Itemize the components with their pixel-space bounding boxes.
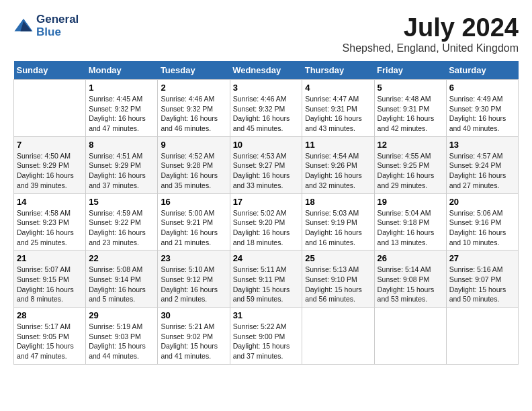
day-number: 21	[17, 253, 83, 263]
calendar-cell: 22Sunrise: 5:08 AMSunset: 9:14 PMDayligh…	[86, 250, 158, 308]
title-area: July 2024 Shepshed, England, United King…	[343, 13, 519, 54]
calendar-cell: 28Sunrise: 5:17 AMSunset: 9:05 PMDayligh…	[14, 308, 86, 365]
day-number: 4	[305, 83, 371, 93]
day-info: Sunrise: 5:00 AMSunset: 9:21 PMDaylight:…	[161, 209, 218, 246]
calendar-cell: 17Sunrise: 5:02 AMSunset: 9:20 PMDayligh…	[230, 193, 302, 250]
day-number: 5	[378, 83, 443, 93]
calendar-cell: 6Sunrise: 4:49 AMSunset: 9:30 PMDaylight…	[446, 80, 518, 137]
day-number: 17	[233, 197, 300, 207]
day-info: Sunrise: 4:46 AMSunset: 9:32 PMDaylight:…	[233, 95, 290, 132]
calendar-cell: 18Sunrise: 5:03 AMSunset: 9:19 PMDayligh…	[302, 193, 374, 250]
day-info: Sunrise: 4:53 AMSunset: 9:27 PMDaylight:…	[233, 152, 290, 189]
calendar-cell: 24Sunrise: 5:11 AMSunset: 9:11 PMDayligh…	[230, 250, 302, 308]
calendar-cell: 9Sunrise: 4:52 AMSunset: 9:28 PMDaylight…	[158, 136, 230, 193]
day-info: Sunrise: 5:19 AMSunset: 9:03 PMDaylight:…	[89, 322, 146, 360]
day-info: Sunrise: 5:14 AMSunset: 9:08 PMDaylight:…	[378, 265, 435, 303]
calendar-table: SundayMondayTuesdayWednesdayThursdayFrid…	[13, 61, 519, 365]
day-info: Sunrise: 5:08 AMSunset: 9:14 PMDaylight:…	[89, 265, 146, 303]
calendar-cell: 8Sunrise: 4:51 AMSunset: 9:29 PMDaylight…	[86, 136, 158, 193]
calendar-cell: 21Sunrise: 5:07 AMSunset: 9:15 PMDayligh…	[14, 250, 86, 308]
calendar-cell: 15Sunrise: 4:59 AMSunset: 9:22 PMDayligh…	[86, 193, 158, 250]
day-info: Sunrise: 4:47 AMSunset: 9:31 PMDaylight:…	[305, 95, 362, 132]
calendar-cell	[446, 308, 518, 365]
day-info: Sunrise: 5:11 AMSunset: 9:11 PMDaylight:…	[233, 265, 290, 303]
day-number: 9	[161, 140, 226, 150]
day-number: 15	[89, 197, 154, 207]
calendar-cell: 23Sunrise: 5:10 AMSunset: 9:12 PMDayligh…	[158, 250, 230, 308]
day-number: 10	[233, 140, 300, 150]
day-number: 19	[378, 197, 443, 207]
day-number: 2	[161, 83, 226, 93]
day-info: Sunrise: 5:13 AMSunset: 9:10 PMDaylight:…	[305, 265, 362, 303]
day-number: 23	[161, 253, 226, 263]
day-number: 20	[449, 197, 515, 207]
day-info: Sunrise: 4:49 AMSunset: 9:30 PMDaylight:…	[449, 95, 506, 132]
day-info: Sunrise: 4:48 AMSunset: 9:31 PMDaylight:…	[378, 95, 435, 132]
day-number: 29	[89, 310, 154, 320]
logo-text: General Blue	[36, 13, 79, 38]
day-info: Sunrise: 5:21 AMSunset: 9:02 PMDaylight:…	[161, 322, 218, 360]
calendar-cell: 16Sunrise: 5:00 AMSunset: 9:21 PMDayligh…	[158, 193, 230, 250]
calendar-cell: 4Sunrise: 4:47 AMSunset: 9:31 PMDaylight…	[302, 80, 374, 137]
day-info: Sunrise: 4:59 AMSunset: 9:22 PMDaylight:…	[89, 209, 146, 246]
calendar-cell: 29Sunrise: 5:19 AMSunset: 9:03 PMDayligh…	[86, 308, 158, 365]
calendar-cell	[14, 80, 86, 137]
day-number: 31	[233, 310, 300, 320]
calendar-cell: 19Sunrise: 5:04 AMSunset: 9:18 PMDayligh…	[374, 193, 446, 250]
day-info: Sunrise: 4:52 AMSunset: 9:28 PMDaylight:…	[161, 152, 218, 189]
calendar-cell: 11Sunrise: 4:54 AMSunset: 9:26 PMDayligh…	[302, 136, 374, 193]
calendar-cell: 20Sunrise: 5:06 AMSunset: 9:16 PMDayligh…	[446, 193, 518, 250]
calendar-cell: 5Sunrise: 4:48 AMSunset: 9:31 PMDaylight…	[374, 80, 446, 137]
day-info: Sunrise: 4:58 AMSunset: 9:23 PMDaylight:…	[17, 209, 74, 246]
day-number: 14	[17, 197, 83, 207]
header-tuesday: Tuesday	[158, 61, 230, 80]
day-info: Sunrise: 5:04 AMSunset: 9:18 PMDaylight:…	[378, 209, 435, 246]
week-row-5: 28Sunrise: 5:17 AMSunset: 9:05 PMDayligh…	[14, 308, 519, 365]
calendar-cell: 7Sunrise: 4:50 AMSunset: 9:29 PMDaylight…	[14, 136, 86, 193]
day-number: 8	[89, 140, 154, 150]
day-number: 3	[233, 83, 300, 93]
header-monday: Monday	[86, 61, 158, 80]
calendar-cell: 30Sunrise: 5:21 AMSunset: 9:02 PMDayligh…	[158, 308, 230, 365]
day-info: Sunrise: 4:45 AMSunset: 9:32 PMDaylight:…	[89, 95, 146, 132]
day-number: 7	[17, 140, 83, 150]
day-info: Sunrise: 4:51 AMSunset: 9:29 PMDaylight:…	[89, 152, 146, 189]
calendar-cell: 27Sunrise: 5:16 AMSunset: 9:07 PMDayligh…	[446, 250, 518, 308]
day-number: 25	[305, 253, 371, 263]
day-info: Sunrise: 5:16 AMSunset: 9:07 PMDaylight:…	[449, 265, 506, 303]
logo-icon	[13, 16, 34, 36]
calendar-cell	[302, 308, 374, 365]
main-title: July 2024	[343, 13, 519, 42]
day-info: Sunrise: 4:50 AMSunset: 9:29 PMDaylight:…	[17, 152, 74, 189]
day-number: 13	[449, 140, 515, 150]
day-info: Sunrise: 5:03 AMSunset: 9:19 PMDaylight:…	[305, 209, 362, 246]
calendar-cell: 25Sunrise: 5:13 AMSunset: 9:10 PMDayligh…	[302, 250, 374, 308]
calendar-cell: 14Sunrise: 4:58 AMSunset: 9:23 PMDayligh…	[14, 193, 86, 250]
week-row-2: 7Sunrise: 4:50 AMSunset: 9:29 PMDaylight…	[14, 136, 519, 193]
calendar-cell: 1Sunrise: 4:45 AMSunset: 9:32 PMDaylight…	[86, 80, 158, 137]
calendar-cell: 10Sunrise: 4:53 AMSunset: 9:27 PMDayligh…	[230, 136, 302, 193]
header: General Blue July 2024 Shepshed, England…	[13, 13, 519, 54]
day-number: 28	[17, 310, 83, 320]
day-info: Sunrise: 5:07 AMSunset: 9:15 PMDaylight:…	[17, 265, 74, 303]
day-number: 27	[449, 253, 515, 263]
day-info: Sunrise: 5:17 AMSunset: 9:05 PMDaylight:…	[17, 322, 74, 360]
day-number: 16	[161, 197, 226, 207]
day-number: 24	[233, 253, 300, 263]
day-number: 1	[89, 83, 154, 93]
calendar-header: SundayMondayTuesdayWednesdayThursdayFrid…	[14, 61, 519, 80]
calendar-cell: 12Sunrise: 4:55 AMSunset: 9:25 PMDayligh…	[374, 136, 446, 193]
day-number: 30	[161, 310, 226, 320]
day-info: Sunrise: 5:02 AMSunset: 9:20 PMDaylight:…	[233, 209, 290, 246]
week-row-3: 14Sunrise: 4:58 AMSunset: 9:23 PMDayligh…	[14, 193, 519, 250]
week-row-1: 1Sunrise: 4:45 AMSunset: 9:32 PMDaylight…	[14, 80, 519, 137]
day-info: Sunrise: 4:57 AMSunset: 9:24 PMDaylight:…	[449, 152, 506, 189]
header-friday: Friday	[374, 61, 446, 80]
day-info: Sunrise: 4:54 AMSunset: 9:26 PMDaylight:…	[305, 152, 362, 189]
header-sunday: Sunday	[14, 61, 86, 80]
header-wednesday: Wednesday	[230, 61, 302, 80]
day-number: 6	[449, 83, 515, 93]
day-info: Sunrise: 5:06 AMSunset: 9:16 PMDaylight:…	[449, 209, 506, 246]
calendar-cell: 2Sunrise: 4:46 AMSunset: 9:32 PMDaylight…	[158, 80, 230, 137]
day-number: 12	[378, 140, 443, 150]
